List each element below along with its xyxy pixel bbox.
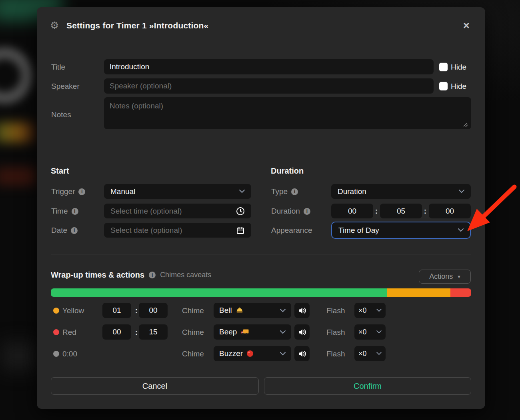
yellow-chime-select[interactable]: Bell [214, 303, 291, 318]
time-label: Time i [51, 207, 78, 216]
close-icon[interactable]: × [463, 20, 470, 31]
title-hide-checkbox[interactable] [439, 63, 448, 71]
colon-separator: : [134, 306, 139, 315]
red-chime-preview-button[interactable] [294, 324, 310, 340]
chime-value: Beep [219, 328, 237, 336]
title-label: Title [51, 63, 65, 72]
time-placeholder: Select time (optional) [110, 207, 182, 216]
red-circle-emoji-icon [246, 350, 254, 357]
bar-segment-orange [387, 288, 451, 297]
date-label-text: Date [51, 226, 67, 235]
actions-button-label: Actions [429, 272, 453, 281]
type-value: Duration [338, 187, 366, 196]
flash-value: ×0 [358, 306, 367, 315]
annotation-arrow [456, 170, 520, 238]
time-input[interactable]: Select time (optional) [104, 204, 251, 218]
backdrop-timer-ring [0, 48, 32, 103]
chevron-down-icon [280, 330, 286, 334]
colon-separator: : [423, 207, 428, 216]
chimes-info-icon[interactable]: i [149, 272, 156, 278]
notes-textarea[interactable] [104, 97, 471, 129]
chevron-down-icon [280, 309, 286, 312]
appearance-label-text: Appearance [271, 226, 312, 235]
zero-chime-preview-button[interactable] [294, 346, 310, 361]
chimes-caveats-text: Chimes caveats [160, 271, 211, 279]
date-label: Date i [51, 226, 78, 235]
appearance-value: Time of Day [338, 226, 379, 235]
duration-label: Duration i [271, 207, 310, 216]
chime-value: Buzzer [219, 349, 243, 358]
appearance-select[interactable]: Time of Day [331, 222, 471, 239]
duration-hours-input[interactable] [331, 204, 373, 218]
cancel-button-label: Cancel [142, 382, 167, 391]
type-info-icon[interactable]: i [291, 188, 298, 195]
app-backdrop: ⚙ Settings for Timer 1 »Introduction« × … [0, 0, 520, 420]
actions-button[interactable]: Actions ▾ [419, 270, 471, 284]
backdrop-red-bar [0, 167, 37, 186]
red-flash-select[interactable]: ×0 [354, 324, 386, 340]
cancel-button[interactable]: Cancel [51, 377, 259, 395]
gear-icon: ⚙ [50, 20, 59, 30]
speaker-icon [298, 307, 306, 314]
backdrop-yellow-bar [0, 122, 37, 142]
bellhop-bell-emoji-icon [236, 306, 244, 314]
flash-label: Flash [326, 328, 345, 337]
red-minutes-input[interactable] [102, 324, 131, 340]
confirm-button[interactable]: Confirm [264, 377, 471, 395]
red-dot-icon [53, 329, 59, 335]
yellow-flash-select[interactable]: ×0 [354, 303, 386, 318]
speaker-icon [298, 328, 306, 336]
confirm-button-label: Confirm [354, 382, 382, 391]
title-input[interactable] [104, 59, 434, 74]
speaker-hide-checkbox[interactable] [439, 82, 448, 90]
zero-flash-select[interactable]: ×0 [354, 346, 386, 361]
start-heading: Start [51, 166, 69, 176]
chevron-down-icon [376, 352, 382, 355]
time-label-text: Time [51, 207, 68, 216]
time-info-icon[interactable]: i [72, 208, 78, 215]
date-input[interactable]: Select date (optional) [104, 223, 251, 238]
zero-chime-select[interactable]: Buzzer [214, 346, 291, 361]
speaker-input[interactable] [104, 78, 434, 94]
type-label-text: Type [271, 187, 288, 196]
zero-row-label: 0:00 [62, 350, 77, 358]
flash-value: ×0 [358, 350, 367, 358]
red-seconds-input[interactable] [139, 324, 168, 340]
chevron-down-icon [376, 330, 382, 334]
trigger-label-text: Trigger [51, 187, 75, 196]
yellow-chime-preview-button[interactable] [294, 303, 310, 318]
chime-label: Chime [182, 328, 204, 337]
duration-info-icon[interactable]: i [304, 208, 310, 215]
wrapup-progress-bar [51, 288, 471, 297]
flash-label: Flash [326, 306, 345, 315]
title-hide-label: Hide [451, 63, 466, 72]
appearance-label: Appearance [271, 226, 312, 235]
duration-minutes-input[interactable] [380, 204, 422, 218]
red-chime-select[interactable]: Beep [214, 324, 291, 340]
colon-separator: : [134, 328, 139, 337]
caret-down-icon: ▾ [458, 274, 460, 280]
speaker-icon [298, 350, 306, 358]
backdrop-blob [2, 342, 36, 370]
duration-label-text: Duration [271, 207, 300, 216]
flash-label: Flash [326, 350, 345, 358]
yellow-seconds-input[interactable] [139, 303, 168, 318]
resize-handle[interactable] [462, 122, 468, 127]
yellow-minutes-input[interactable] [102, 303, 131, 318]
duration-heading: Duration [271, 166, 304, 176]
date-placeholder: Select date (optional) [110, 226, 182, 235]
date-info-icon[interactable]: i [71, 227, 78, 234]
speaker-label: Speaker [51, 82, 80, 91]
chevron-down-icon [280, 352, 286, 356]
wrapup-heading-row: Wrap-up times & actions i Chimes caveats [51, 270, 211, 280]
timer-settings-dialog: ⚙ Settings for Timer 1 »Introduction« × … [37, 7, 485, 409]
notes-label: Notes [51, 110, 71, 119]
trigger-info-icon[interactable]: i [78, 188, 85, 195]
divider [51, 43, 471, 43]
trigger-select[interactable]: Manual [104, 184, 251, 199]
chime-label: Chime [182, 350, 204, 358]
colon-separator: : [374, 207, 379, 216]
type-select[interactable]: Duration [331, 184, 471, 199]
trigger-label: Trigger i [51, 187, 85, 196]
red-row-label: Red [62, 328, 76, 337]
